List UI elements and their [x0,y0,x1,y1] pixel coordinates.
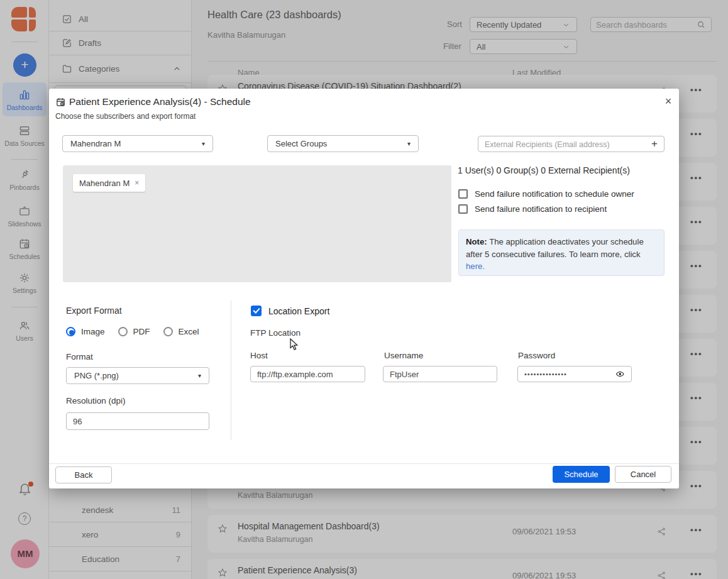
groups-dropdown[interactable]: Select Groups ▾ [267,135,419,152]
password-label: Password [518,351,555,360]
resolution-input[interactable] [73,417,202,426]
radio-label: Excel [179,327,199,336]
failure-owner-row: Send failure notification to schedule ow… [458,189,634,199]
radio-label: Image [81,327,105,336]
add-recipient-icon[interactable]: + [651,138,658,150]
radio-pdf[interactable]: PDF [118,327,150,336]
external-recipients-box[interactable]: + [478,136,665,152]
host-label: Host [250,351,268,360]
checkbox-label: Send failure notification to schedule ow… [475,189,634,199]
failure-owner-checkbox[interactable] [458,189,468,199]
close-icon[interactable]: × [662,95,675,108]
back-button[interactable]: Back [55,466,112,483]
ftp-location-label: FTP Location [250,328,301,338]
radio-excel[interactable]: Excel [163,327,199,336]
resolution-label: Resolution (dpi) [66,396,126,405]
format-value: PNG (*.png) [74,371,119,380]
recipients-summary: 1 User(s) 0 Group(s) 0 External Recipien… [458,165,630,175]
password-input[interactable] [524,370,615,378]
divider [49,463,679,464]
caret-down-icon: ▾ [198,372,201,379]
users-dropdown-value: Mahendran M [70,139,121,148]
radio-dot [118,327,128,336]
caret-down-icon: ▾ [202,140,205,147]
dialog-subtitle: Choose the subscribers and export format [55,112,196,121]
chip-remove-icon[interactable]: × [135,179,139,187]
cancel-button[interactable]: Cancel [615,466,671,483]
username-input[interactable] [390,370,490,379]
host-box [250,366,365,382]
external-recipients-input[interactable] [485,140,648,149]
format-label: Format [66,352,93,361]
schedule-icon [55,97,66,108]
host-input[interactable] [257,370,358,379]
dialog-title: Patient Experience Analysis(4) - Schedul… [69,96,251,108]
password-box [517,366,632,382]
checkbox-label: Location Export [268,306,329,316]
radio-image[interactable]: Image [66,327,105,336]
export-format-label: Export Format [66,306,122,316]
note-bold: Note: [466,237,487,246]
schedule-button[interactable]: Schedule [553,466,610,483]
subscribers-box: Mahendran M × [63,165,451,282]
checkbox-label: Send failure notification to recipient [475,204,607,214]
learn-more-link[interactable]: here. [466,262,485,271]
groups-dropdown-value: Select Groups [275,139,327,148]
divider [231,301,231,440]
mouse-cursor [290,338,299,351]
radio-dot-selected [66,327,75,336]
caret-down-icon: ▾ [407,140,411,147]
note-text: The application deactivates your schedul… [466,237,644,259]
username-label: Username [384,351,423,360]
schedule-dialog: Patient Experience Analysis(4) - Schedul… [49,89,679,488]
failure-recipient-checkbox[interactable] [458,204,468,214]
location-export-row: Location Export [251,306,329,316]
show-password-eye-icon[interactable] [615,369,625,379]
format-dropdown[interactable]: PNG (*.png) ▾ [66,367,209,384]
resolution-box [66,412,209,430]
users-dropdown[interactable]: Mahendran M ▾ [62,135,213,152]
chip-label: Mahendran M [79,179,130,188]
export-format-radios: Image PDF Excel [66,327,199,336]
failure-recipient-row: Send failure notification to recipient [458,204,607,214]
username-box [383,366,497,382]
note-box: Note: The application deactivates your s… [458,229,665,276]
radio-dot [163,327,173,336]
radio-label: PDF [133,327,150,336]
subscriber-chip[interactable]: Mahendran M × [73,174,145,192]
location-export-checkbox[interactable] [251,306,262,316]
